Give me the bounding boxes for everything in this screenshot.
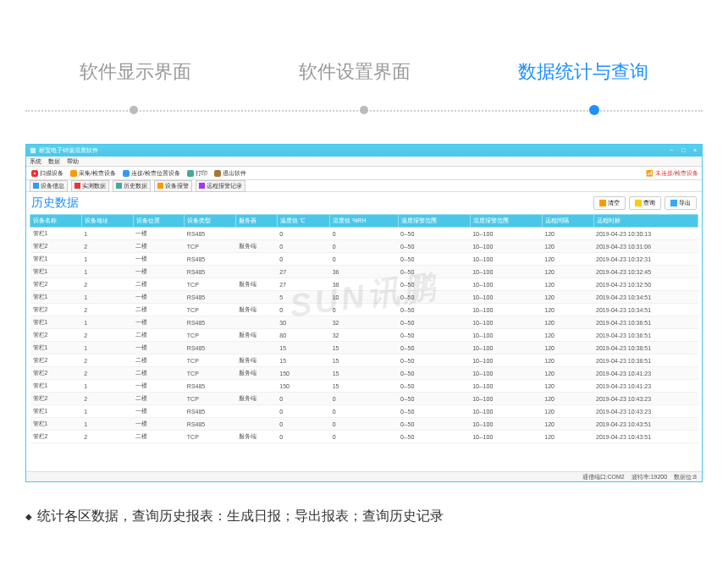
table-row[interactable]: 管栏22二楼TCP服务端80320--5010--1001202019-04-2… xyxy=(30,329,698,342)
nav-tabs: 软件显示界面 软件设置界面 数据统计与查询 xyxy=(25,59,703,85)
scan-device-button[interactable]: 扫描设备 xyxy=(30,168,65,179)
subtab-realtime[interactable]: 实测数据 xyxy=(71,180,109,192)
export-icon xyxy=(670,200,677,206)
remote-icon xyxy=(199,183,205,189)
table-row[interactable]: 管栏11一楼RS485150150--5010--1001202019-04-2… xyxy=(30,380,698,393)
table-row[interactable]: 管栏11一楼RS48527360--5010--1001202019-04-23… xyxy=(30,266,698,278)
column-header[interactable]: 温度值 ℃ xyxy=(277,215,329,228)
tab-dot-1 xyxy=(130,106,138,114)
shield-icon xyxy=(187,170,194,177)
alarm-icon xyxy=(157,183,163,189)
column-header[interactable]: 设备地址 xyxy=(81,215,133,228)
minimize-button[interactable]: − xyxy=(668,147,675,154)
toolbar: 扫描设备 采集/检查设备 连接/检查位置设备 打印 退出软件 📶未连接/检查设备 xyxy=(26,167,702,180)
table-row[interactable]: 管栏11一楼RS485000--5010--1001202019-04-23 1… xyxy=(30,405,698,418)
tab-display[interactable]: 软件显示界面 xyxy=(63,59,208,85)
table-row[interactable]: 管栏22二楼TCP服务端15150--5010--1001202019-04-2… xyxy=(30,354,698,367)
info-icon xyxy=(33,183,39,189)
column-header[interactable]: 设备类型 xyxy=(185,215,236,228)
column-header[interactable]: 远程时标 xyxy=(593,215,698,228)
menu-system[interactable]: 系统 xyxy=(30,157,41,166)
table-row[interactable]: 管栏11一楼RS48515150--5010--1001202019-04-23… xyxy=(30,342,698,354)
sub-toolbar: 设备信息 实测数据 历史数据 设备报警 远程报警记录 xyxy=(26,180,702,192)
statusbar: 通信端口:COM2 波特率:19200 数据位:8 xyxy=(26,471,702,481)
column-header[interactable]: 湿度值 %RH xyxy=(330,215,398,228)
table-row[interactable]: 管栏11一楼RS48530320--5010--1001202019-04-23… xyxy=(30,316,698,329)
table-row[interactable]: 管栏22二楼TCP服务端000--5010--1001202019-04-23 … xyxy=(30,304,698,316)
subtab-device-info[interactable]: 设备信息 xyxy=(30,180,68,192)
history-table: 设备名称设备地址设备位置设备类型服务器温度值 ℃湿度值 %RH温度报警范围湿度报… xyxy=(30,214,698,443)
svg-rect-0 xyxy=(30,148,36,153)
column-header[interactable]: 远程间隔 xyxy=(542,215,593,228)
column-header[interactable]: 服务器 xyxy=(236,215,278,228)
target-icon xyxy=(31,170,38,177)
column-header[interactable]: 设备位置 xyxy=(133,215,185,228)
query-button[interactable]: 查询 xyxy=(629,196,661,210)
signal-icon: 📶 xyxy=(646,170,654,177)
menu-data[interactable]: 数据 xyxy=(48,157,60,166)
table-row[interactable]: 管栏22二楼TCP服务端000--5010--1001202019-04-23 … xyxy=(30,393,698,405)
subtab-remote-alarm[interactable]: 远程报警记录 xyxy=(196,180,245,192)
app-icon xyxy=(30,147,36,154)
tab-indicator-line xyxy=(25,102,703,118)
status-databits: 数据位:8 xyxy=(674,473,697,481)
table-row[interactable]: 管栏22二楼TCP服务端000--5010--1001202019-04-23 … xyxy=(30,431,698,443)
connect-device-button[interactable]: 连接/检查位置设备 xyxy=(121,168,182,179)
tab-statistics[interactable]: 数据统计与查询 xyxy=(501,59,665,85)
export-button[interactable]: 导出 xyxy=(665,196,697,210)
app-window: 标宝电子钟温湿度软件 − □ × 系统 数据 帮助 扫描设备 采集/检查设备 连… xyxy=(25,144,703,482)
section-title: 历史数据 xyxy=(31,195,79,211)
link-icon xyxy=(123,170,130,177)
table-row[interactable]: 管栏11一楼RS4855100--5010--1001202019-04-23 … xyxy=(30,291,698,304)
menu-help[interactable]: 帮助 xyxy=(67,157,79,166)
column-header[interactable]: 设备名称 xyxy=(30,215,82,228)
person-icon xyxy=(70,170,77,177)
exit-button[interactable]: 退出软件 xyxy=(212,168,248,179)
titlebar: 标宝电子钟温湿度软件 − □ × xyxy=(26,145,702,157)
footer-description: 统计各区数据，查询历史报表：生成日报；导出报表；查询历史记录 xyxy=(25,508,703,525)
tab-settings[interactable]: 软件设置界面 xyxy=(282,59,427,85)
table-row[interactable]: 管栏11一楼RS485000--5010--1001202019-04-23 1… xyxy=(30,418,698,431)
collect-device-button[interactable]: 采集/检查设备 xyxy=(69,168,118,179)
maximize-button[interactable]: □ xyxy=(680,147,687,154)
menubar: 系统 数据 帮助 xyxy=(26,157,702,167)
table-row[interactable]: 管栏11一楼RS485000--5010--1001202019-04-23 1… xyxy=(30,253,698,266)
table-row[interactable]: 管栏22二楼TCP服务端150150--5010--1001202019-04-… xyxy=(30,367,698,380)
table-row[interactable]: 管栏22二楼TCP服务端27380--5010--1001202019-04-2… xyxy=(30,278,698,291)
section-header: 历史数据 清空 查询 导出 xyxy=(26,192,702,214)
trash-icon xyxy=(599,200,606,206)
tab-dot-3-active xyxy=(589,105,599,115)
table-row[interactable]: 管栏11一楼RS485000--5010--1001202019-04-23 1… xyxy=(30,228,698,240)
clear-button[interactable]: 清空 xyxy=(593,196,626,210)
window-title: 标宝电子钟温湿度软件 xyxy=(39,146,668,155)
print-button[interactable]: 打印 xyxy=(185,168,209,179)
close-button[interactable]: × xyxy=(692,147,698,154)
connection-status: 📶未连接/检查设备 xyxy=(646,169,698,178)
subtab-alarm[interactable]: 设备报警 xyxy=(154,180,192,192)
table-row[interactable]: 管栏22二楼TCP服务端000--5010--1001202019-04-23 … xyxy=(30,240,698,253)
search-icon xyxy=(635,200,642,206)
door-icon xyxy=(214,170,221,177)
monitor-icon xyxy=(74,183,80,189)
status-baud: 波特率:19200 xyxy=(631,473,667,481)
status-port: 通信端口:COM2 xyxy=(582,473,625,481)
subtab-history[interactable]: 历史数据 xyxy=(113,180,151,192)
table-container: 设备名称设备地址设备位置设备类型服务器温度值 ℃湿度值 %RH温度报警范围湿度报… xyxy=(26,214,702,471)
clock-icon xyxy=(116,183,122,189)
column-header[interactable]: 温度报警范围 xyxy=(398,215,470,228)
column-header[interactable]: 湿度报警范围 xyxy=(470,215,542,228)
tab-dot-2 xyxy=(360,106,368,114)
